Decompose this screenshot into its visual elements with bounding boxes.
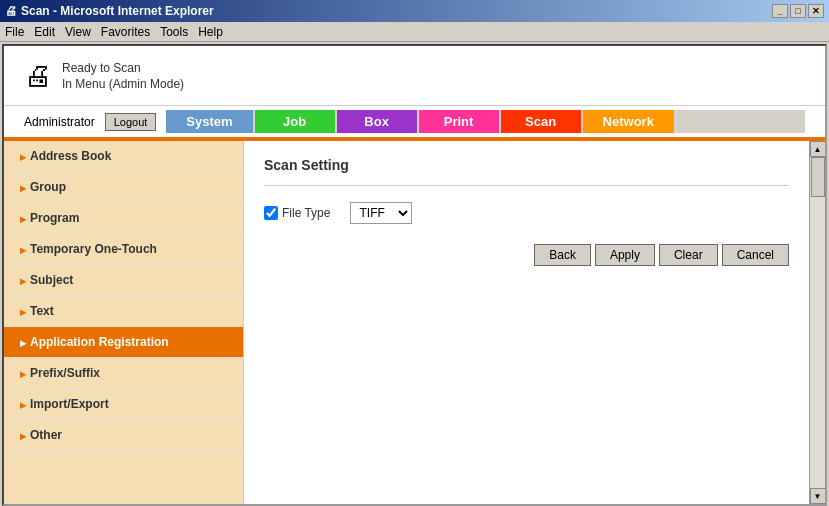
- close-button[interactable]: ✕: [808, 4, 824, 18]
- sidebar-item-subject[interactable]: Subject: [4, 265, 243, 296]
- printer-icon-area: 🖨: [24, 59, 52, 92]
- back-button[interactable]: Back: [534, 244, 591, 266]
- titlebar-icon: 🖨: [5, 4, 17, 18]
- menu-file[interactable]: File: [5, 25, 24, 39]
- menubar: File Edit View Favorites Tools Help: [0, 22, 829, 42]
- titlebar: 🖨 Scan - Microsoft Internet Explorer _ □…: [0, 0, 829, 22]
- maximize-button[interactable]: □: [790, 4, 806, 18]
- scroll-up-arrow[interactable]: ▲: [810, 141, 826, 157]
- tab-print[interactable]: Print: [419, 110, 499, 133]
- scrollbar-right[interactable]: ▲ ▼: [809, 141, 825, 504]
- sidebar-item-program[interactable]: Program: [4, 203, 243, 234]
- sidebar-item-prefix-suffix[interactable]: Prefix/Suffix: [4, 358, 243, 389]
- sidebar-item-temporary-one-touch[interactable]: Temporary One-Touch: [4, 234, 243, 265]
- status-area: 🖨 Ready to Scan In Menu (Admin Mode): [4, 46, 825, 106]
- file-type-select[interactable]: TIFF PDF JPEG: [350, 202, 412, 224]
- sidebar-item-group[interactable]: Group: [4, 172, 243, 203]
- status-line-2: In Menu (Admin Mode): [62, 77, 184, 91]
- titlebar-controls: _ □ ✕: [772, 4, 824, 18]
- tab-job[interactable]: Job: [255, 110, 335, 133]
- apply-button[interactable]: Apply: [595, 244, 655, 266]
- content-area: Address Book Group Program Temporary One…: [4, 141, 825, 504]
- sidebar-item-text[interactable]: Text: [4, 296, 243, 327]
- sidebar-item-import-export[interactable]: Import/Export: [4, 389, 243, 420]
- file-type-checkbox[interactable]: [264, 206, 278, 220]
- sidebar: Address Book Group Program Temporary One…: [4, 141, 244, 504]
- file-type-label: File Type: [264, 206, 330, 220]
- clear-button[interactable]: Clear: [659, 244, 718, 266]
- sidebar-item-address-book[interactable]: Address Book: [4, 141, 243, 172]
- menu-favorites[interactable]: Favorites: [101, 25, 150, 39]
- menu-edit[interactable]: Edit: [34, 25, 55, 39]
- browser-area: 🖨 Ready to Scan In Menu (Admin Mode) Adm…: [2, 44, 827, 506]
- admin-area: Administrator Logout System Job Box Prin…: [4, 106, 825, 137]
- tab-box[interactable]: Box: [337, 110, 417, 133]
- admin-label: Administrator: [24, 115, 95, 129]
- main-content: Scan Setting File Type TIFF PDF JPEG Bac…: [244, 141, 809, 504]
- tab-scan[interactable]: Scan: [501, 110, 581, 133]
- titlebar-title: Scan - Microsoft Internet Explorer: [21, 4, 214, 18]
- menu-tools[interactable]: Tools: [160, 25, 188, 39]
- menu-view[interactable]: View: [65, 25, 91, 39]
- content-divider: [264, 185, 789, 186]
- minimize-button[interactable]: _: [772, 4, 788, 18]
- tab-network[interactable]: Network: [583, 110, 674, 133]
- cancel-button[interactable]: Cancel: [722, 244, 789, 266]
- section-title: Scan Setting: [264, 157, 789, 173]
- logout-button[interactable]: Logout: [105, 113, 157, 131]
- sidebar-item-other[interactable]: Other: [4, 420, 243, 451]
- action-buttons: Back Apply Clear Cancel: [264, 244, 789, 266]
- scroll-thumb[interactable]: [811, 157, 825, 197]
- status-texts: Ready to Scan In Menu (Admin Mode): [62, 61, 184, 91]
- file-type-row: File Type TIFF PDF JPEG: [264, 202, 789, 224]
- tab-system[interactable]: System: [166, 110, 252, 133]
- scroll-track: [810, 157, 825, 488]
- printer-icon: 🖨: [24, 59, 52, 92]
- sidebar-item-application-registration[interactable]: Application Registration: [4, 327, 243, 358]
- status-line-1: Ready to Scan: [62, 61, 184, 75]
- menu-help[interactable]: Help: [198, 25, 223, 39]
- scroll-down-arrow[interactable]: ▼: [810, 488, 826, 504]
